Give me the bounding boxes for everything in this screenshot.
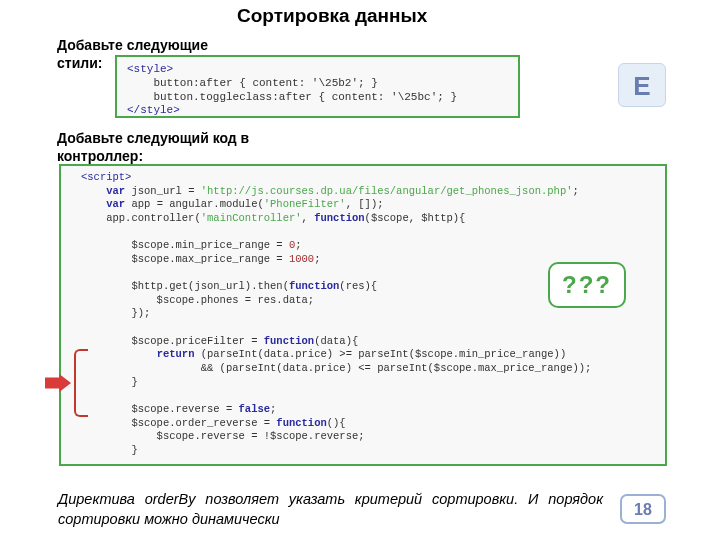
code-block-styles: <style> button:after { content: '\25b2';… xyxy=(115,55,520,118)
code-block-controller: <script> var json_url = 'http://js.cours… xyxy=(59,164,667,466)
instruction-controller: Добавьте следующий код в контроллер: xyxy=(57,130,317,165)
red-bracket-icon xyxy=(74,349,86,417)
page-number-badge: 18 xyxy=(620,494,666,524)
badge-e: E xyxy=(618,63,666,107)
question-marks-badge: ??? xyxy=(548,262,626,308)
page-title: Сортировка данных xyxy=(237,5,497,28)
footnote-text: Директива orderBy позволяет указать крит… xyxy=(58,490,603,529)
